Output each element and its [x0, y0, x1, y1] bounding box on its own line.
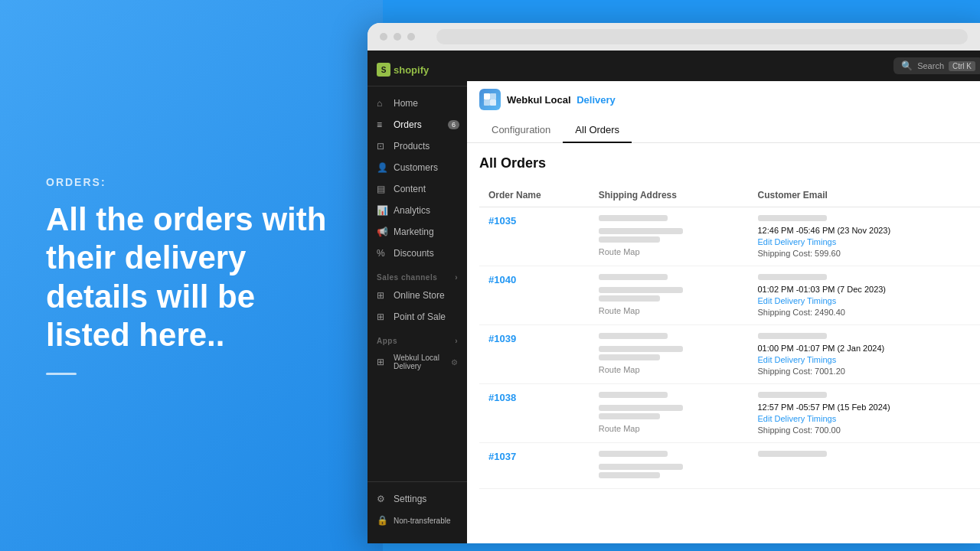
sidebar-item-label: Products — [394, 141, 430, 152]
browser-window: S shopify 🔍 Search Ctrl K ⌂ Home ≡ — [368, 23, 980, 543]
divider — [46, 373, 77, 375]
shopify-logo-text: shopify — [394, 64, 429, 76]
address-blur-2 — [599, 228, 683, 234]
sidebar-item-orders[interactable]: ≡ Orders 6 — [368, 114, 467, 135]
svg-rect-0 — [484, 93, 490, 99]
route-map-link[interactable]: Route Map — [599, 247, 740, 256]
address-blur-2 — [599, 346, 683, 352]
search-label: Search — [917, 61, 944, 70]
app-title-delivery: Delivery — [577, 94, 616, 106]
app-header-top: Webkul Local Delivery — [479, 89, 980, 110]
browser-dot-green — [407, 33, 415, 41]
orders-icon: ≡ — [377, 119, 387, 130]
order-number[interactable]: #1039 — [488, 333, 516, 344]
shipping-cost: Shipping Cost: 7001.20 — [758, 367, 975, 376]
address-blur-2 — [599, 405, 683, 411]
sidebar-header: S shopify — [368, 57, 467, 86]
analytics-icon: 📊 — [377, 205, 387, 216]
sidebar-item-label: Discounts — [394, 248, 434, 259]
orders-table: Order Name Shipping Address Customer Ema… — [479, 184, 980, 489]
svg-rect-2 — [484, 99, 490, 106]
order-number[interactable]: #1038 — [488, 392, 516, 403]
col-order-name: Order Name — [479, 184, 590, 207]
address-blur-2 — [599, 464, 683, 470]
online-store-icon: ⊞ — [377, 290, 387, 301]
shopify-topbar: 🔍 Search Ctrl K — [467, 51, 980, 81]
address-blur-1 — [599, 451, 668, 457]
lock-icon: 🔒 — [377, 515, 387, 526]
shopify-logo-icon: S — [377, 63, 390, 77]
sidebar-item-label: Non-transferable — [394, 517, 450, 525]
table-row: #1035Route Map12:46 PM -05:46 PM (23 Nov… — [479, 207, 980, 266]
order-number[interactable]: #1035 — [488, 215, 516, 227]
customer-email-cell: 12:46 PM -05:46 PM (23 Nov 2023)Edit Del… — [749, 207, 981, 266]
sidebar-item-settings[interactable]: ⚙ Settings — [368, 488, 467, 510]
shipping-cost: Shipping Cost: 2490.40 — [758, 308, 975, 317]
sidebar-item-analytics[interactable]: 📊 Analytics — [368, 200, 467, 221]
app-tabs: Configuration All Orders — [479, 118, 980, 142]
sidebar-item-content[interactable]: ▤ Content — [368, 178, 467, 200]
tab-configuration[interactable]: Configuration — [479, 118, 563, 143]
customer-email-blur — [758, 392, 827, 398]
orders-badge: 6 — [448, 120, 459, 129]
sidebar: S shopify 🔍 Search Ctrl K ⌂ Home ≡ — [368, 51, 467, 543]
settings-icon: ⚙ — [377, 494, 387, 504]
sidebar-item-products[interactable]: ⊡ Products — [368, 135, 467, 157]
edit-delivery-link[interactable]: Edit Delivery Timings — [758, 296, 975, 305]
sidebar-item-online-store[interactable]: ⊞ Online Store — [368, 285, 467, 306]
edit-delivery-link[interactable]: Edit Delivery Timings — [758, 414, 975, 423]
svg-rect-1 — [490, 93, 496, 99]
browser-url-bar — [436, 29, 968, 44]
sidebar-item-label: Point of Sale — [394, 311, 446, 322]
app-title-local: Webkul Local — [507, 94, 571, 106]
search-bar[interactable]: 🔍 Search Ctrl K — [893, 57, 980, 74]
order-number[interactable]: #1037 — [488, 451, 516, 462]
customer-email-blur — [758, 215, 827, 221]
route-map-link[interactable]: Route Map — [599, 365, 740, 374]
order-number[interactable]: #1040 — [488, 274, 516, 285]
customer-email-blur — [758, 451, 827, 457]
route-map-link[interactable]: Route Map — [599, 306, 740, 315]
shipping-address-cell: Route Map — [590, 384, 749, 443]
gear-icon: ⚙ — [451, 358, 458, 367]
orders-title: All Orders — [479, 155, 980, 171]
main-heading: All the orders with their delivery detai… — [46, 201, 337, 355]
address-blur-1 — [599, 333, 668, 339]
tab-all-orders[interactable]: All Orders — [563, 118, 632, 143]
table-row: #1037 — [479, 443, 980, 489]
shipping-address-cell: Route Map — [590, 207, 749, 266]
customer-email-blur — [758, 274, 827, 280]
customers-icon: 👤 — [377, 162, 387, 173]
customer-email-cell: 12:57 PM -05:57 PM (15 Feb 2024)Edit Del… — [749, 384, 981, 443]
sidebar-item-discounts[interactable]: % Discounts — [368, 243, 467, 264]
apps-label: Apps — [377, 337, 397, 345]
browser-dot-yellow — [394, 33, 401, 41]
sidebar-footer: ⚙ Settings 🔒 Non-transferable — [368, 481, 467, 537]
sidebar-item-label: Marketing — [394, 227, 434, 237]
sidebar-item-marketing[interactable]: 📢 Marketing — [368, 221, 467, 243]
chevron-icon: › — [455, 337, 458, 345]
delivery-time: 12:46 PM -05:46 PM (23 Nov 2023) — [758, 226, 975, 235]
address-blur-3 — [599, 472, 660, 478]
sidebar-item-customers[interactable]: 👤 Customers — [368, 157, 467, 178]
shopify-logo: S shopify — [377, 63, 458, 77]
sidebar-item-point-of-sale[interactable]: ⊞ Point of Sale — [368, 306, 467, 328]
customer-email-cell: 01:02 PM -01:03 PM (7 Dec 2023)Edit Deli… — [749, 266, 981, 325]
sidebar-item-home[interactable]: ⌂ Home — [368, 93, 467, 114]
sidebar-item-label: Analytics — [394, 205, 430, 216]
address-blur-1 — [599, 274, 668, 280]
edit-delivery-link[interactable]: Edit Delivery Timings — [758, 355, 975, 364]
edit-delivery-link[interactable]: Edit Delivery Timings — [758, 237, 975, 246]
sales-channels-section: Sales channels › — [368, 264, 467, 285]
search-icon: 🔍 — [901, 60, 913, 71]
sidebar-item-label: Content — [394, 184, 426, 194]
route-map-link[interactable]: Route Map — [599, 424, 740, 433]
shipping-cost: Shipping Cost: 599.60 — [758, 249, 975, 258]
app-header: Webkul Local Delivery Configuration All … — [467, 81, 980, 143]
sidebar-item-label: Orders — [394, 119, 422, 130]
discounts-icon: % — [377, 248, 387, 259]
sidebar-item-webkul[interactable]: ⊞ Webkul Local Delivery ⚙ — [368, 348, 467, 376]
table-row: #1038Route Map12:57 PM -05:57 PM (15 Feb… — [479, 384, 980, 443]
shipping-cost: Shipping Cost: 700.00 — [758, 425, 975, 435]
table-row: #1040Route Map01:02 PM -01:03 PM (7 Dec … — [479, 266, 980, 325]
